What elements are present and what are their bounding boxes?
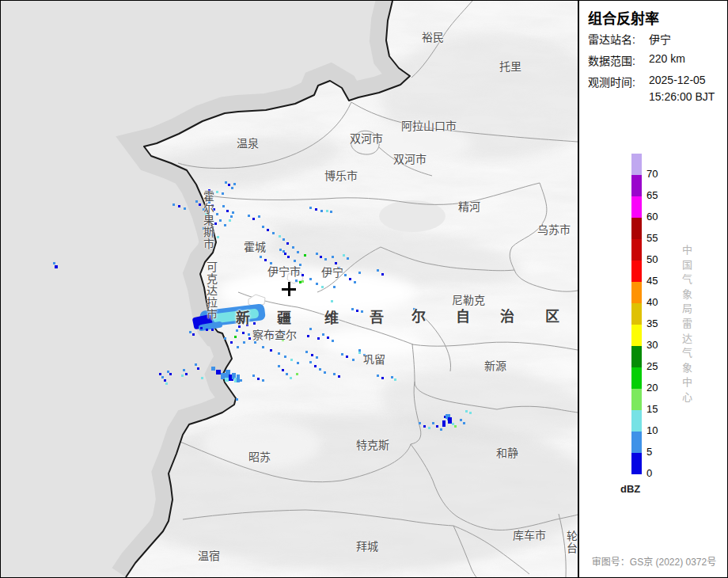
range-label: 数据范围: — [588, 55, 635, 67]
echo-speck — [211, 367, 215, 371]
legend-swatch — [631, 325, 642, 346]
echo-speck — [216, 213, 218, 215]
echo-speck — [460, 419, 462, 421]
echo-speck — [270, 349, 272, 352]
echo-speck — [252, 218, 255, 220]
echo-speck — [356, 310, 358, 312]
legend-value: 30 — [646, 339, 670, 351]
echo-speck — [183, 369, 185, 371]
echo-speck — [341, 353, 343, 356]
legend-swatch — [631, 239, 642, 260]
obstime-row: 观测时间: 2025-12-05 — [588, 74, 635, 89]
map-label: 阿拉山口市 — [401, 117, 457, 133]
echo-speck — [448, 417, 452, 424]
echo-speck — [222, 192, 224, 195]
echo-speck — [229, 219, 231, 222]
echo-speck — [394, 378, 396, 381]
echo-speck — [217, 236, 219, 238]
map-label: 伊宁 — [321, 264, 343, 279]
legend-unit: dBZ — [620, 483, 640, 495]
echo-speck — [317, 337, 320, 340]
legend-swatch — [631, 154, 642, 175]
legend-swatch — [631, 432, 642, 453]
echo-speck — [423, 425, 426, 428]
echo-speck — [192, 333, 195, 336]
echo-speck — [216, 191, 218, 193]
echo-speck — [189, 331, 191, 333]
echo-speck — [206, 329, 208, 331]
echo-speck — [236, 329, 238, 332]
province-label-char: 新 — [236, 306, 250, 327]
radar-site-marker — [281, 281, 297, 297]
echo-speck — [267, 229, 269, 231]
map-label: 裕民 — [422, 29, 444, 44]
cma-watermark: 中国气象局雷达气象中心 — [682, 243, 692, 405]
legend-swatch — [631, 303, 642, 325]
echo-speck — [253, 322, 256, 325]
map-label: 双河市 — [393, 150, 427, 166]
map-label: 精河 — [458, 198, 480, 214]
echo-speck — [301, 280, 304, 283]
echo-speck — [381, 377, 384, 379]
cma-watermark-char: 雷 — [682, 317, 692, 332]
cma-watermark-char: 心 — [682, 390, 692, 405]
echo-speck — [200, 327, 203, 329]
echo-speck — [287, 256, 290, 258]
map-label: 霍尔果斯市 — [200, 191, 216, 250]
map-approval-number: 审图号：GS京 (2022) 0372号 — [579, 554, 728, 568]
echo-speck — [161, 376, 164, 378]
map-label: 轮台 — [563, 530, 578, 554]
echo-speck — [311, 354, 313, 356]
echo-speck — [319, 368, 321, 371]
echo-speck — [201, 377, 203, 379]
echo-speck — [349, 278, 351, 280]
legend-swatch — [631, 367, 642, 389]
echo-speck — [243, 341, 245, 344]
echo-speck — [284, 253, 286, 255]
legend-value: 15 — [646, 403, 670, 415]
echo-speck — [286, 242, 289, 245]
echo-speck — [331, 300, 333, 302]
echo-speck — [278, 365, 280, 367]
radar-map[interactable]: 裕民托里阿拉山口市双河市双河市温泉博乐市精河乌苏市霍尔果斯市可克达拉市霍城伊宁市… — [1, 1, 578, 577]
echo-speck — [351, 308, 354, 310]
echo-speck — [309, 278, 312, 280]
legend-value: 20 — [646, 382, 670, 394]
echo-speck — [309, 328, 312, 330]
map-label: 乌苏市 — [537, 221, 571, 237]
echo-speck — [377, 375, 379, 377]
obstime-label: 观测时间: — [588, 76, 635, 89]
legend-value: 65 — [646, 189, 670, 201]
map-label: 昭苏 — [248, 448, 271, 464]
echo-speck — [309, 207, 312, 209]
echo-speck — [333, 373, 336, 375]
echo-speck — [344, 274, 347, 276]
echo-speck — [282, 238, 285, 241]
echo-speck — [358, 349, 361, 352]
echo-speck — [297, 251, 299, 253]
map-label: 可克达拉市 — [203, 261, 219, 321]
echo-speck — [294, 260, 296, 262]
cma-watermark-char: 国 — [682, 258, 692, 273]
map-label: 温宿 — [198, 547, 220, 563]
map-label: 托里 — [499, 58, 521, 74]
echo-speck — [358, 352, 361, 354]
legend-value: 25 — [646, 360, 670, 372]
legend-value: 5 — [646, 446, 670, 458]
echo-speck — [165, 382, 168, 385]
legend-swatch — [631, 282, 642, 303]
echo-speck — [469, 412, 472, 414]
echo-speck — [248, 333, 250, 336]
province-label-char: 区 — [545, 305, 559, 325]
echo-speck — [436, 425, 438, 428]
map-label: 双河市 — [350, 130, 383, 146]
echo-speck — [236, 398, 238, 401]
info-panel: 组合反射率 雷达站名: 伊宁 数据范围: 220 km 观测时间: 2025-1… — [578, 1, 728, 577]
echo-speck — [262, 226, 264, 228]
echo-speck — [225, 378, 229, 382]
echo-speck — [296, 373, 298, 375]
legend-swatch — [631, 260, 642, 282]
echo-speck — [279, 235, 281, 238]
province-label-char: 自 — [456, 305, 470, 325]
echo-speck — [352, 359, 355, 361]
